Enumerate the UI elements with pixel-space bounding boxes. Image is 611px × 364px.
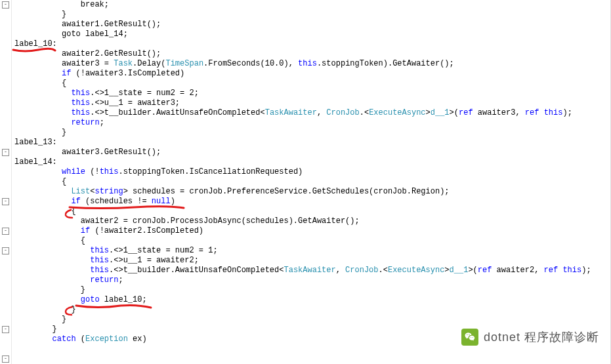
code-line[interactable]: while (!this.stoppingToken.IsCancellatio… [14,167,611,177]
code-line[interactable]: goto label_14; [14,30,611,39]
fold-toggle[interactable] [2,326,9,333]
code-line[interactable]: awaiter2 = cronJob.ProcessJobAsync(sched… [14,216,611,226]
fold-toggle[interactable] [2,247,9,254]
fold-toggle[interactable] [2,355,9,363]
code-line[interactable]: } [14,285,611,295]
code-line[interactable]: return; [14,275,611,285]
code-line[interactable]: } [14,10,611,20]
code-line[interactable]: { [14,79,611,89]
code-line[interactable]: catch (Exception ex) [14,334,611,344]
code-line[interactable]: this.<>1__state = num2 = 2; [14,89,611,98]
code-line[interactable]: } [14,315,611,325]
code-line[interactable]: { [14,177,611,187]
fold-gutter [0,0,12,364]
code-line[interactable]: break; [14,0,611,10]
code-line[interactable]: awaiter2.GetResult(); [14,49,611,59]
code-line[interactable]: this.<>u__1 = awaiter3; [14,98,611,108]
code-line[interactable]: this.<>t__builder.AwaitUnsafeOnCompleted… [14,108,611,118]
fold-toggle[interactable] [2,149,9,156]
fold-toggle[interactable] [2,1,9,9]
code-line[interactable]: } [14,128,611,138]
code-line[interactable]: goto label_10; [14,295,611,305]
code-line[interactable]: awaiter1.GetResult(); [14,20,611,30]
code-line[interactable]: if (!awaiter3.IsCompleted) [14,69,611,79]
code-line[interactable]: awaiter3.GetResult(); [14,148,611,157]
code-line[interactable]: { [14,207,611,216]
fold-toggle[interactable] [2,198,9,205]
code-line[interactable]: awaiter3 = Task.Delay(TimeSpan.FromSecon… [14,59,611,69]
code-line[interactable]: } [14,305,611,315]
code-line[interactable]: { [14,236,611,246]
code-line[interactable]: return; [14,118,611,128]
code-line[interactable]: label_14: [14,157,611,167]
code-line[interactable]: this.<>1__state = num2 = 1; [14,246,611,256]
code-area[interactable]: break; } awaiter1.GetResult(); goto labe… [14,0,611,344]
code-line[interactable]: if (!awaiter2.IsCompleted) [14,226,611,236]
code-line[interactable]: } [14,325,611,334]
fold-toggle[interactable] [2,228,9,235]
code-line[interactable]: this.<>t__builder.AwaitUnsafeOnCompleted… [14,266,611,275]
code-line[interactable]: this.<>u__1 = awaiter2; [14,256,611,266]
code-line[interactable]: label_10: [14,39,611,49]
code-line[interactable]: label_13: [14,138,611,148]
code-line[interactable]: if (schedules != null) [14,197,611,207]
code-line[interactable]: List<string> schedules = cronJob.Prefere… [14,187,611,197]
code-editor[interactable]: break; } awaiter1.GetResult(); goto labe… [0,0,611,364]
